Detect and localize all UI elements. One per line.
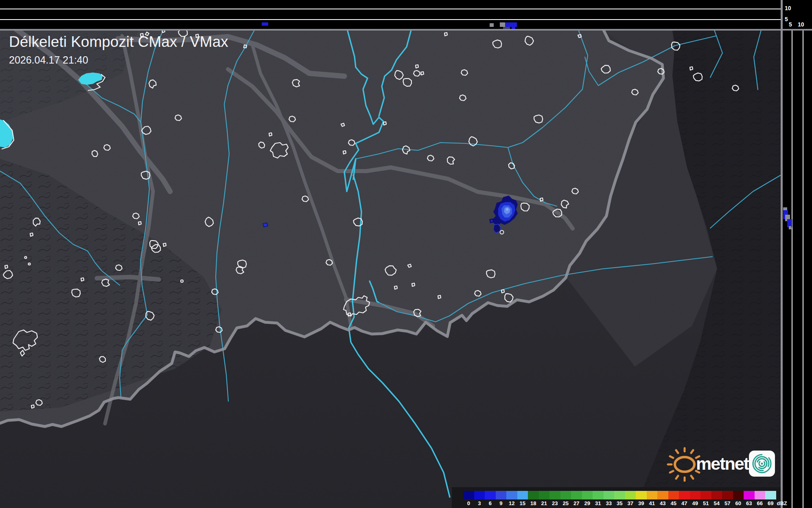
dbz-swatch-21 [539, 491, 550, 499]
logo-text: metnet [696, 454, 749, 474]
dbz-swatch-45 [668, 491, 679, 499]
dbz-swatch-47 [679, 491, 690, 499]
dbz-tick-12: 12 [506, 500, 517, 506]
dbz-tick-37: 37 [625, 500, 636, 506]
dbz-tick-31: 31 [593, 500, 604, 506]
dbz-colorbar-panel: 0369121518212325272931333537394143454749… [452, 487, 781, 508]
metnet-logo: metnet [666, 446, 780, 483]
dbz-tick-45: 45 [668, 500, 679, 506]
dbz-tick-27: 27 [571, 500, 582, 506]
dbz-tick-15: 15 [517, 500, 528, 506]
dbz-swatch-23 [549, 491, 560, 499]
right-profile-strip [783, 31, 812, 508]
radar-map [0, 0, 812, 508]
height-gridline-10km-v [803, 31, 803, 508]
dbz-tick-9: 9 [496, 500, 507, 506]
dbz-colorbar-swatches [463, 491, 776, 499]
echo-profile-mark [490, 23, 494, 27]
dbz-tick-57: 57 [722, 500, 733, 506]
dbz-tick-69: 69 [765, 500, 776, 506]
dbz-swatch-43 [657, 491, 668, 499]
dbz-swatch-3 [474, 491, 485, 499]
dbz-swatch-60 [733, 491, 744, 499]
app-spiral-icon [749, 451, 775, 477]
dbz-unit-label: dBZ [777, 500, 787, 506]
dbz-swatch-66 [755, 491, 766, 499]
sun-icon [668, 448, 699, 481]
echo-profile-mark [505, 22, 517, 27]
dbz-tick-54: 54 [711, 500, 722, 506]
dbz-swatch-69 [765, 491, 776, 499]
dbz-swatch-18 [528, 491, 539, 499]
echo-profile-mark [262, 22, 268, 26]
dbz-colorbar-labels: 0369121518212325272931333537394143454749… [463, 500, 787, 506]
dbz-swatch-37 [625, 491, 636, 499]
height-gridline-5km-v [792, 31, 792, 508]
dbz-swatch-25 [560, 491, 571, 499]
dbz-tick-43: 43 [657, 500, 668, 506]
dbz-tick-49: 49 [690, 500, 701, 506]
dbz-tick-41: 41 [647, 500, 658, 506]
dbz-swatch-57 [722, 491, 733, 499]
dbz-tick-29: 29 [582, 500, 593, 506]
dbz-tick-47: 47 [679, 500, 690, 506]
page-title: Délkeleti Kompozit CMax / VMax [9, 33, 228, 51]
width-axis-label-10: 10 [798, 22, 804, 27]
radar-composite-screen: 10 5 5 10 Délkeleti Kompozit CMax / VMax… [0, 0, 812, 508]
map-top-divider [0, 29, 812, 31]
dbz-swatch-49 [690, 491, 701, 499]
dbz-tick-33: 33 [604, 500, 615, 506]
height-axis-label-10: 10 [785, 5, 791, 11]
echo-profile-mark [500, 22, 505, 27]
dbz-tick-25: 25 [560, 500, 571, 506]
timestamp: 2026.04.17 21:40 [9, 54, 228, 66]
dbz-swatch-41 [647, 491, 658, 499]
dbz-swatch-15 [517, 491, 528, 499]
dbz-swatch-63 [744, 491, 755, 499]
top-profile-strip [0, 0, 781, 29]
dbz-swatch-51 [700, 491, 711, 499]
height-gridline-5km [0, 19, 781, 20]
dbz-swatch-31 [593, 491, 604, 499]
height-axis-label-5: 5 [785, 16, 788, 22]
dbz-swatch-35 [614, 491, 625, 499]
dbz-swatch-12 [506, 491, 517, 499]
dbz-tick-39: 39 [636, 500, 647, 506]
echo-profile-mark [789, 226, 791, 229]
dbz-tick-3: 3 [474, 500, 485, 506]
dbz-swatch-39 [636, 491, 647, 499]
dbz-tick-6: 6 [485, 500, 496, 506]
dbz-tick-0: 0 [463, 500, 474, 506]
width-axis-label-5: 5 [789, 22, 792, 27]
dbz-tick-60: 60 [733, 500, 744, 506]
dbz-tick-21: 21 [539, 500, 550, 506]
dbz-tick-66: 66 [755, 500, 766, 506]
dbz-swatch-9 [496, 491, 507, 499]
map-right-divider [781, 0, 783, 508]
title-block: Délkeleti Kompozit CMax / VMax 2026.04.1… [9, 33, 228, 66]
dbz-tick-18: 18 [528, 500, 539, 506]
dbz-swatch-33 [604, 491, 615, 499]
dbz-tick-51: 51 [700, 500, 711, 506]
profile-axis-corner [783, 0, 812, 29]
dbz-swatch-54 [711, 491, 722, 499]
dbz-swatch-6 [485, 491, 496, 499]
dbz-tick-63: 63 [744, 500, 755, 506]
dbz-swatch-27 [571, 491, 582, 499]
dbz-tick-23: 23 [549, 500, 560, 506]
dbz-swatch-0 [463, 491, 474, 499]
dbz-swatch-29 [582, 491, 593, 499]
dbz-tick-35: 35 [614, 500, 625, 506]
height-gridline-10km [0, 9, 781, 9]
